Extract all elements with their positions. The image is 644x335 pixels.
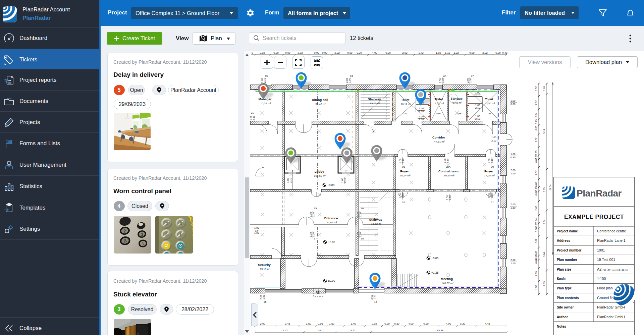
svg-text:2.10: 2.10 [490,159,493,164]
svg-text:II: II [165,233,167,237]
svg-text:24.04: 24.04 [549,184,552,190]
svg-text:1.50: 1.50 [511,262,516,265]
svg-text:0.80: 0.80 [511,103,516,106]
svg-text:09: 09 [491,165,494,168]
svg-text:2.10: 2.10 [491,139,496,142]
svg-text:1901: 1901 [597,248,605,252]
svg-text:Author: Author [557,315,568,319]
svg-text:1.00: 1.00 [491,136,496,139]
svg-text:2.10: 2.10 [263,78,266,83]
svg-text:0.96: 0.96 [318,322,323,325]
svg-text:0.84: 0.84 [535,218,538,223]
svg-text:3.04: 3.04 [543,220,546,224]
svg-text:0.99: 0.99 [273,51,279,54]
svg-text:15,76 m²: 15,76 m² [370,102,380,105]
svg-text:2.03: 2.03 [535,271,538,276]
svg-text:1.50: 1.50 [348,78,351,83]
svg-text:2.02: 2.02 [260,322,265,325]
svg-text:07: 07 [471,74,474,77]
svg-text:0.30: 0.30 [357,51,362,54]
svg-text:1.11: 1.11 [445,51,450,54]
svg-text:0.85: 0.85 [535,182,538,187]
svg-text:16,11 m²: 16,11 m² [401,103,411,106]
svg-text:Ground floo: Ground floo [597,296,615,300]
svg-text:15: 15 [264,300,267,303]
svg-text:2.10: 2.10 [475,117,480,120]
svg-text:±0.00: ±0.00 [431,257,438,260]
svg-text:5.22: 5.22 [350,329,356,332]
svg-text:2.10: 2.10 [446,159,449,164]
svg-text:Project name: Project name [557,229,578,233]
svg-text:15,31 m²: 15,31 m² [260,102,271,105]
svg-text:1.50: 1.50 [469,78,472,83]
svg-text:140,37 m²: 140,37 m² [441,282,453,285]
svg-text:Address: Address [557,239,570,242]
svg-text:18: 18 [361,237,364,240]
svg-text:0.99: 0.99 [469,51,475,54]
svg-text:2.02: 2.02 [372,322,377,325]
svg-text:0.29: 0.29 [535,119,538,124]
svg-text:1.50: 1.50 [373,295,376,300]
svg-text:1:100: 1:100 [597,277,606,281]
svg-text:2.10: 2.10 [401,193,405,199]
svg-text:1.73: 1.73 [418,51,424,54]
svg-text:197,62 m²: 197,62 m² [314,174,326,177]
svg-text:08: 08 [402,165,405,168]
svg-text:0.85: 0.85 [535,158,538,163]
svg-text:0.85: 0.85 [535,126,538,130]
svg-text:±0.00: ±0.00 [328,240,335,244]
svg-text:2.02: 2.02 [402,51,408,54]
svg-text:0.88: 0.88 [535,251,538,256]
svg-text:3.46: 3.46 [285,322,290,325]
svg-text:23,10 m²: 23,10 m² [260,268,270,271]
svg-text:3.99: 3.99 [543,187,546,192]
svg-text:Entrance: Entrance [324,216,338,220]
svg-text:0.30: 0.30 [385,51,391,54]
svg-text:2.02: 2.02 [298,51,303,54]
svg-text:15,50 m²: 15,50 m² [484,102,495,105]
svg-text:1.00: 1.00 [254,231,259,234]
svg-text:Toilet: Toilet [485,97,493,101]
svg-text:2.02: 2.02 [535,137,538,142]
svg-text:±0.00: ±0.00 [328,279,335,282]
svg-text:2.10: 2.10 [359,232,362,237]
svg-text:3: 3 [179,221,182,226]
svg-text:1: 1 [179,232,181,237]
svg-text:2.02: 2.02 [535,239,538,243]
svg-text:15: 15 [314,207,317,210]
svg-text:2.02: 2.02 [535,100,538,105]
svg-text:0.99: 0.99 [347,51,353,54]
svg-text:2.10: 2.10 [475,106,480,109]
svg-text:14: 14 [374,300,377,303]
svg-text:2.10: 2.10 [475,94,480,97]
svg-text:10: 10 [402,201,405,204]
svg-text:2.02: 2.02 [260,51,265,54]
svg-text:0.30: 0.30 [535,255,538,260]
svg-text:2.46: 2.46 [317,329,322,332]
svg-text:4.00: 4.00 [372,51,377,54]
svg-text:±0.00: ±0.00 [327,183,334,187]
svg-text:16,24 m²: 16,24 m² [400,174,411,177]
svg-text:11: 11 [491,201,494,204]
svg-text:1.00: 1.00 [511,99,516,102]
svg-text:Meeting: Meeting [441,277,453,281]
svg-text:Plan size: Plan size [557,268,571,271]
svg-text:0.99: 0.99 [285,51,290,54]
svg-text:0.84: 0.84 [535,113,538,117]
svg-text:0.99: 0.99 [314,51,319,54]
svg-text:1.50: 1.50 [329,322,334,325]
svg-text:4.00: 4.00 [408,322,414,325]
svg-text:0.80: 0.80 [441,78,444,83]
svg-text:Plan number: Plan number [557,258,577,262]
svg-text:0.99: 0.99 [495,51,501,54]
svg-text:PlanRadar: PlanRadar [577,188,622,199]
svg-text:PlanRadar Lane 1: PlanRadar Lane 1 [597,238,626,242]
svg-text:1.50: 1.50 [448,196,451,201]
svg-text:0.30: 0.30 [423,322,429,325]
svg-text:Control room: Control room [438,169,459,173]
svg-text:Scale: Scale [557,277,566,281]
svg-text:0.30: 0.30 [535,223,538,227]
svg-text:0.28: 0.28 [393,51,398,52]
svg-text:2.02: 2.02 [535,170,538,175]
svg-text:2.10: 2.10 [343,178,346,183]
